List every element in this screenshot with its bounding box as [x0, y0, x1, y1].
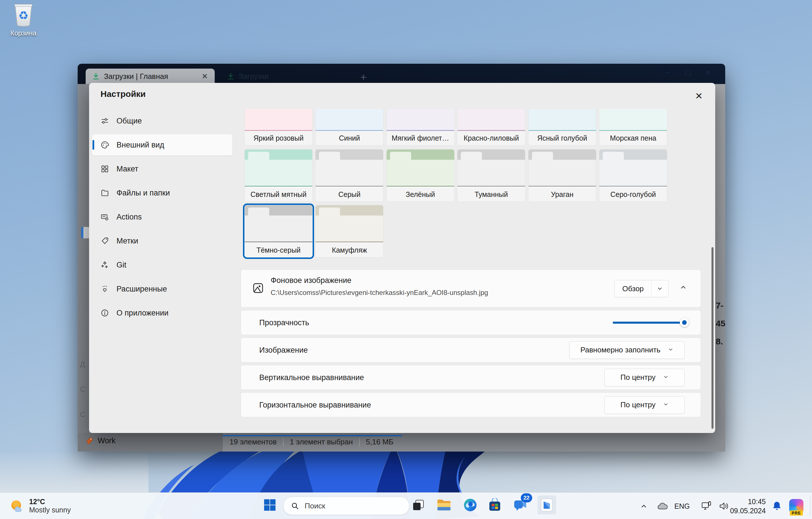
folder-accent-line — [316, 186, 383, 187]
dialog-scrollbar[interactable] — [712, 247, 714, 429]
settings-dialog: Настройки ✕ ОбщиеВнешний видМакетФайлы и… — [89, 83, 715, 433]
work-tag-item[interactable]: Work — [85, 436, 116, 445]
sidebar-item-layout[interactable]: Макет — [92, 158, 232, 180]
select-value: По центру — [620, 373, 656, 382]
network-tray-icon[interactable] — [701, 501, 712, 511]
microsoft-store-button[interactable] — [485, 496, 504, 514]
collapse-section-button[interactable] — [679, 283, 687, 292]
status-segment: 1 элемент выбран — [290, 438, 353, 446]
copilot-button[interactable]: PRE — [789, 499, 804, 513]
theme-card[interactable]: Ясный голубой — [528, 109, 597, 145]
theme-card[interactable]: Синий — [315, 109, 383, 145]
minimize-icon[interactable]: ─ — [665, 68, 670, 77]
clock-tray[interactable]: 10:45 09.05.2024 — [730, 497, 766, 515]
select-image-fit[interactable]: Равномерно заполнить — [569, 341, 685, 359]
sidebar-item-options[interactable]: Общие — [92, 110, 232, 132]
theme-card[interactable]: Тёмно-серый — [244, 205, 313, 257]
files-app-button[interactable] — [537, 496, 556, 514]
notifications-button[interactable] — [772, 501, 782, 511]
background-image-path: C:\Users\comss\Pictures\evgeni-tcherkass… — [271, 289, 488, 297]
theme-card[interactable]: Серый — [315, 149, 383, 202]
task-view-button[interactable] — [409, 496, 428, 514]
browse-button[interactable]: Обзор — [615, 280, 651, 297]
widgets-weather-button[interactable]: 12°C Mostly sunny — [5, 494, 112, 517]
theme-card[interactable]: Красно-лиловый — [457, 109, 525, 145]
theme-card[interactable]: Ураган — [528, 149, 597, 202]
tray-date: 09.05.2024 — [730, 506, 766, 515]
sidebar-item-advanced[interactable]: Расширенные — [92, 278, 232, 300]
sidebar-item-label: Метки — [116, 237, 138, 246]
folder-tab-swatch — [319, 208, 340, 216]
theme-card[interactable]: Морская пена — [599, 109, 667, 145]
folder-body-swatch — [457, 160, 525, 186]
chevron-up-icon — [679, 283, 687, 291]
folder-tab-swatch — [248, 208, 269, 216]
language-indicator[interactable]: ENG — [674, 502, 690, 510]
volume-tray-icon[interactable] — [719, 502, 729, 511]
chevron-down-icon — [668, 346, 673, 354]
palette-icon — [100, 141, 109, 149]
folder-accent-line — [245, 186, 312, 187]
tab-downloads-active[interactable]: Загрузки | Главная ✕ — [86, 69, 215, 84]
theme-name: Мягкий фиолет… — [386, 131, 454, 145]
taskbar-search[interactable]: Поиск — [283, 497, 409, 515]
sidebar-item-folder[interactable]: Файлы и папки — [92, 182, 232, 203]
recycle-bin-label: Корзина — [6, 29, 40, 37]
chat-button[interactable]: 22 — [511, 496, 530, 514]
sidebar-item-palette[interactable]: Внешний вид — [92, 134, 232, 156]
nav-text-fragment: Д — [80, 360, 85, 369]
folder-tab-swatch — [390, 152, 411, 160]
sidebar-item-git[interactable]: Git — [92, 254, 232, 275]
window-titlebar: Загрузки | Главная ✕ Загрузки + ─ ▢ ✕ — [78, 64, 725, 84]
dialog-close-icon[interactable]: ✕ — [691, 89, 707, 103]
chevron-down-icon — [663, 373, 669, 382]
folder-accent-line — [599, 186, 667, 187]
work-tag-label: Work — [98, 436, 116, 445]
sidebar-item-info[interactable]: О приложении — [92, 302, 232, 324]
folder-accent-line — [457, 186, 525, 187]
onedrive-tray-icon[interactable] — [657, 502, 668, 510]
folder-tab-swatch — [319, 152, 340, 160]
system-tray: ENG 10:45 09.05.2024 — [624, 493, 812, 519]
tab-downloads-inactive[interactable]: Загрузки — [221, 69, 340, 84]
browse-dropdown-button[interactable] — [651, 280, 668, 297]
theme-card[interactable]: Светлый мятный — [244, 149, 313, 202]
settings-row-label: Горизонтальное выравнивание — [259, 401, 371, 409]
recycle-bin-shortcut[interactable]: ♻ Корзина — [6, 3, 40, 37]
browse-split-button: Обзор — [614, 280, 668, 297]
select-value: Равномерно заполнить — [580, 346, 660, 354]
sidebar-item-label: О приложении — [116, 309, 169, 318]
status-divider — [283, 438, 284, 446]
transparency-slider[interactable] — [613, 322, 685, 324]
select-alignment[interactable]: По центру — [604, 396, 685, 414]
select-alignment[interactable]: По центру — [604, 369, 685, 386]
settings-row-select: ИзображениеРавномерно заполнить — [241, 337, 701, 362]
theme-card[interactable]: Яркий розовый — [244, 109, 313, 145]
new-tab-button[interactable]: + — [360, 71, 367, 83]
file-explorer-button[interactable] — [435, 496, 454, 514]
theme-name: Серый — [316, 187, 383, 201]
theme-card[interactable]: Серо-голубой — [599, 149, 667, 202]
theme-card[interactable]: Туманный — [457, 149, 525, 202]
info-icon — [100, 309, 109, 317]
sidebar-item-tag[interactable]: Метки — [92, 230, 232, 251]
slider-thumb[interactable] — [680, 318, 689, 327]
theme-card[interactable]: Зелёный — [386, 149, 455, 202]
tab-close-icon[interactable]: ✕ — [202, 72, 208, 81]
files-app-icon — [540, 498, 553, 512]
show-desktop-button[interactable] — [810, 496, 812, 516]
status-segments: 19 элементов1 элемент выбран5,16 МБ — [230, 438, 394, 446]
edge-button[interactable] — [461, 496, 480, 514]
sidebar-item-actions[interactable]: Actions — [92, 206, 232, 227]
tray-overflow-button[interactable] — [640, 502, 647, 510]
tab-label: Загрузки — [239, 72, 269, 81]
folder-body-swatch — [386, 109, 454, 130]
start-button[interactable] — [260, 496, 279, 514]
theme-name: Серо-голубой — [599, 187, 667, 201]
theme-card[interactable]: Камуфляж — [315, 205, 383, 257]
maximize-icon[interactable]: ▢ — [685, 68, 692, 77]
theme-card[interactable]: Мягкий фиолет… — [386, 109, 455, 145]
layout-icon — [100, 165, 109, 173]
theme-name: Ураган — [528, 187, 596, 201]
window-close-icon[interactable]: ✕ — [705, 68, 710, 77]
